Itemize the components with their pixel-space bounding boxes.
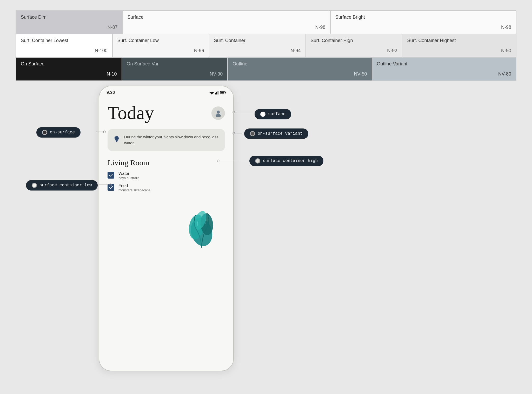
surf-cont-cell: Surf. Container N-94 bbox=[209, 34, 306, 57]
surface-bright-value: N-98 bbox=[335, 25, 511, 30]
surf-cont-highest-value: N-90 bbox=[407, 48, 511, 53]
svg-point-12 bbox=[115, 136, 119, 141]
phone-content: Today During th bbox=[99, 97, 233, 248]
svg-rect-2 bbox=[215, 93, 216, 94]
surf-cont-high-cell: Surf. Container High N-92 bbox=[306, 34, 402, 57]
phone-title: Today bbox=[108, 102, 154, 124]
surf-cont-label: Surf. Container bbox=[214, 38, 301, 43]
outline-label: Outline bbox=[232, 61, 367, 67]
surface-value: N-98 bbox=[128, 25, 325, 30]
task-text-feed: Feed monstera siltepecana bbox=[118, 184, 151, 192]
surf-cont-value: N-94 bbox=[214, 48, 301, 53]
tip-text: During the winter your plants slow down … bbox=[124, 134, 219, 146]
task-text-water: Water hoya australis bbox=[118, 171, 139, 180]
color-row-1: Surface Dim N-87 Surface N-98 Surface Br… bbox=[16, 11, 516, 34]
on-surface-var-label: On Surface Var. bbox=[127, 61, 223, 67]
annotation-on-surface: on-surface bbox=[36, 127, 81, 138]
svg-rect-14 bbox=[116, 141, 117, 142]
svg-rect-7 bbox=[221, 92, 224, 94]
annotation-on-surface-variant: on-surface variant bbox=[244, 128, 308, 139]
color-row-3: On Surface N-10 On Surface Var. NV-30 Ou… bbox=[16, 57, 516, 81]
annotation-surface-container-high: surface container high bbox=[249, 156, 323, 166]
phone-mockup: 9:30 Today bbox=[99, 86, 234, 371]
outline-cell: Outline NV-50 bbox=[228, 57, 372, 81]
outline-variant-cell: Outline Variant NV-80 bbox=[372, 57, 516, 81]
surf-cont-low-cell: Surf. Container Low N-96 bbox=[112, 34, 209, 57]
phone-status-bar: 9:30 bbox=[99, 86, 233, 97]
outline-variant-label: Outline Variant bbox=[377, 61, 511, 67]
task-item-water: Water hoya australis bbox=[108, 171, 225, 180]
checkmark-icon-2 bbox=[109, 186, 113, 189]
lightbulb-icon bbox=[113, 135, 120, 143]
checkmark-icon bbox=[109, 173, 113, 177]
annotation-dot-surf-cont-high bbox=[255, 158, 260, 164]
task-sub-water: hoya australis bbox=[118, 176, 139, 180]
annotation-dot-on-surface-variant bbox=[250, 131, 255, 136]
surf-cont-high-value: N-92 bbox=[311, 48, 397, 53]
on-surface-var-cell: On Surface Var. NV-30 bbox=[122, 57, 228, 81]
svg-line-16 bbox=[114, 137, 115, 137]
svg-point-10 bbox=[216, 114, 221, 117]
surf-cont-highest-cell: Surf. Container Highest N-90 bbox=[402, 34, 516, 57]
task-checkbox-feed[interactable] bbox=[108, 184, 114, 191]
task-main-water: Water bbox=[118, 171, 139, 176]
wifi-icon bbox=[209, 91, 214, 94]
color-row-2: Surf. Container Lowest N-100 Surf. Conta… bbox=[16, 34, 516, 57]
phone-time: 9:30 bbox=[107, 90, 115, 95]
phone-section-title: Living Room bbox=[108, 158, 225, 167]
svg-rect-4 bbox=[217, 91, 218, 94]
svg-rect-3 bbox=[216, 92, 217, 94]
svg-rect-13 bbox=[116, 140, 118, 141]
battery-icon bbox=[220, 91, 226, 94]
svg-rect-5 bbox=[218, 91, 219, 94]
annotation-surface-text: surface bbox=[268, 112, 285, 117]
phone-status-icons bbox=[209, 91, 226, 94]
surface-dim-value: N-87 bbox=[21, 25, 118, 30]
annotation-dot-on-surface bbox=[42, 130, 47, 135]
color-table: Surface Dim N-87 Surface N-98 Surface Br… bbox=[16, 10, 516, 81]
annotation-on-surface-text: on-surface bbox=[50, 130, 75, 135]
surf-cont-low-label: Surf. Container Low bbox=[117, 38, 204, 43]
surface-dim-cell: Surface Dim N-87 bbox=[16, 11, 123, 34]
annotation-on-surface-variant-text: on-surface variant bbox=[258, 131, 303, 136]
task-sub-feed: monstera siltepecana bbox=[118, 188, 151, 192]
outline-value: NV-50 bbox=[232, 71, 367, 77]
surf-cont-low-value: N-96 bbox=[117, 48, 204, 53]
signal-icon bbox=[215, 91, 219, 94]
surf-cont-lowest-value: N-100 bbox=[21, 48, 108, 53]
annotation-surf-cont-high-text: surface container high bbox=[263, 159, 318, 163]
surface-dim-label: Surface Dim bbox=[21, 15, 118, 20]
phone-avatar[interactable] bbox=[211, 106, 225, 120]
surface-label: Surface bbox=[128, 15, 325, 20]
surf-cont-lowest-label: Surf. Container Lowest bbox=[21, 38, 108, 43]
on-surface-cell: On Surface N-10 bbox=[16, 57, 122, 81]
surf-cont-highest-label: Surf. Container Highest bbox=[407, 38, 511, 43]
phone-header: Today bbox=[108, 102, 225, 124]
plant-illustration bbox=[181, 196, 222, 248]
surface-bright-label: Surface Bright bbox=[335, 15, 511, 20]
surface-cell: Surface N-98 bbox=[123, 11, 330, 34]
surf-cont-high-label: Surf. Container High bbox=[311, 38, 397, 43]
task-main-feed: Feed bbox=[118, 184, 151, 188]
annotation-dot-surf-cont-low bbox=[32, 183, 37, 188]
on-surface-var-value: NV-30 bbox=[127, 71, 223, 77]
outline-variant-value: NV-80 bbox=[377, 71, 511, 77]
on-surface-label: On Surface bbox=[21, 61, 117, 67]
annotation-surface-container-low: surface container low bbox=[26, 180, 98, 191]
svg-line-17 bbox=[119, 137, 119, 137]
svg-point-9 bbox=[217, 111, 220, 114]
surface-bright-cell: Surface Bright N-98 bbox=[330, 11, 516, 34]
phone-tip-card: During the winter your plants slow down … bbox=[108, 129, 225, 151]
annotation-surf-cont-low-text: surface container low bbox=[39, 183, 92, 188]
svg-rect-8 bbox=[225, 92, 226, 93]
surf-cont-lowest-cell: Surf. Container Lowest N-100 bbox=[16, 34, 112, 57]
on-surface-value: N-10 bbox=[21, 71, 117, 77]
annotation-surface: surface bbox=[255, 109, 291, 119]
tip-lightbulb-icon bbox=[113, 135, 120, 145]
task-checkbox-water[interactable] bbox=[108, 172, 114, 179]
annotation-dot-surface bbox=[260, 112, 265, 117]
task-item-feed: Feed monstera siltepecana bbox=[108, 184, 225, 192]
avatar-icon bbox=[215, 110, 222, 117]
